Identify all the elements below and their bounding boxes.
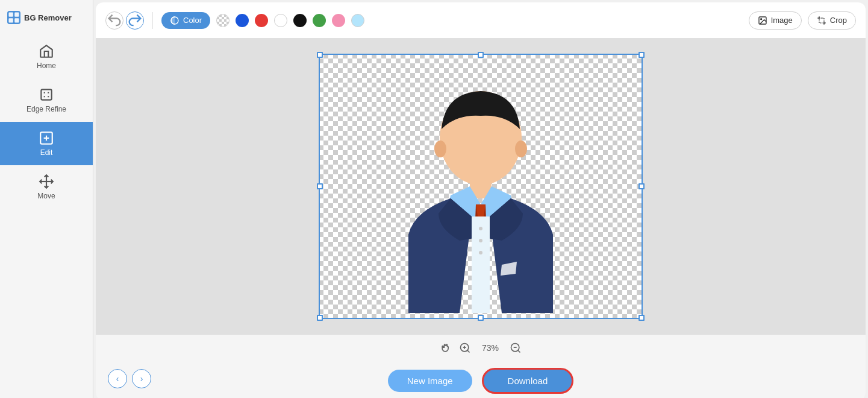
edit-icon — [39, 130, 54, 146]
toolbar-divider-1 — [152, 12, 153, 29]
svg-line-20 — [467, 350, 470, 352]
color-swatch-pink[interactable] — [332, 14, 345, 27]
redo-button[interactable] — [126, 11, 144, 30]
color-swatch-transparent[interactable] — [216, 14, 229, 27]
app-logo-icon — [7, 11, 20, 24]
color-swatch-green[interactable] — [313, 14, 326, 27]
color-swatch-white[interactable] — [274, 14, 287, 27]
zoom-level: 73% — [478, 343, 502, 353]
canvas-area — [96, 39, 866, 334]
color-button-label: Color — [183, 16, 202, 25]
zoom-controls: 73% — [440, 342, 522, 354]
toolbar: Color Image Crop — [96, 2, 866, 39]
crop-icon — [817, 16, 826, 25]
pan-icon[interactable] — [440, 342, 452, 354]
next-button[interactable]: › — [132, 369, 151, 388]
prev-button[interactable]: ‹ — [108, 369, 127, 388]
svg-point-10 — [760, 18, 761, 19]
svg-rect-3 — [14, 18, 19, 22]
image-button-label: Image — [771, 16, 793, 25]
svg-rect-11 — [819, 18, 824, 23]
crop-button[interactable]: Crop — [808, 11, 856, 30]
person-illustration — [319, 54, 643, 319]
svg-point-17 — [434, 141, 446, 157]
app-logo: BG Remover — [0, 6, 93, 29]
svg-point-15 — [479, 239, 482, 242]
undo-icon — [106, 12, 123, 29]
image-icon — [758, 16, 767, 25]
edge-refine-icon — [39, 87, 54, 103]
svg-point-16 — [479, 251, 482, 254]
color-button[interactable]: Color — [161, 12, 210, 29]
sidebar-item-edge-refine-label: Edge Refine — [27, 105, 66, 113]
move-icon — [39, 174, 54, 189]
svg-line-24 — [518, 350, 520, 352]
svg-rect-0 — [8, 12, 13, 16]
sidebar-item-home[interactable]: Home — [0, 35, 93, 78]
svg-rect-2 — [8, 18, 13, 22]
sidebar-item-move[interactable]: Move — [0, 165, 93, 209]
crop-button-label: Crop — [830, 16, 847, 25]
zoom-out-icon[interactable] — [510, 342, 522, 354]
nav-arrows: ‹ › — [108, 369, 151, 388]
color-swatch-lightblue[interactable] — [351, 14, 364, 27]
sidebar-item-edit[interactable]: Edit — [0, 122, 93, 165]
main-panel: Color Image Crop — [96, 2, 866, 398]
svg-point-14 — [479, 227, 482, 230]
color-swatch-red[interactable] — [255, 14, 268, 27]
undo-button[interactable] — [105, 11, 123, 30]
download-button[interactable]: Download — [482, 368, 574, 394]
svg-rect-1 — [14, 12, 19, 16]
sidebar-item-edge-refine[interactable]: Edge Refine — [0, 78, 93, 122]
sidebar: BG Remover Home Edge Refine Edit Move — [0, 0, 93, 398]
svg-rect-4 — [41, 89, 51, 100]
redo-icon — [126, 12, 143, 29]
toolbar-nav — [105, 11, 144, 30]
zoom-in-icon[interactable] — [459, 342, 471, 354]
sidebar-item-home-label: Home — [37, 62, 56, 70]
svg-point-18 — [515, 141, 527, 157]
action-buttons: New Image Download — [388, 368, 574, 394]
sidebar-item-edit-label: Edit — [40, 148, 53, 157]
color-swatch-blue[interactable] — [236, 14, 249, 27]
image-button[interactable]: Image — [749, 11, 802, 30]
bottom-bar: 73% New Image Download ‹ › — [96, 334, 866, 398]
new-image-button[interactable]: New Image — [388, 370, 472, 392]
app-name: BG Remover — [24, 13, 72, 22]
color-wheel-icon — [170, 16, 180, 25]
home-icon — [39, 43, 54, 59]
image-container — [319, 54, 643, 319]
sidebar-item-move-label: Move — [37, 192, 55, 200]
color-swatch-black[interactable] — [293, 14, 307, 27]
